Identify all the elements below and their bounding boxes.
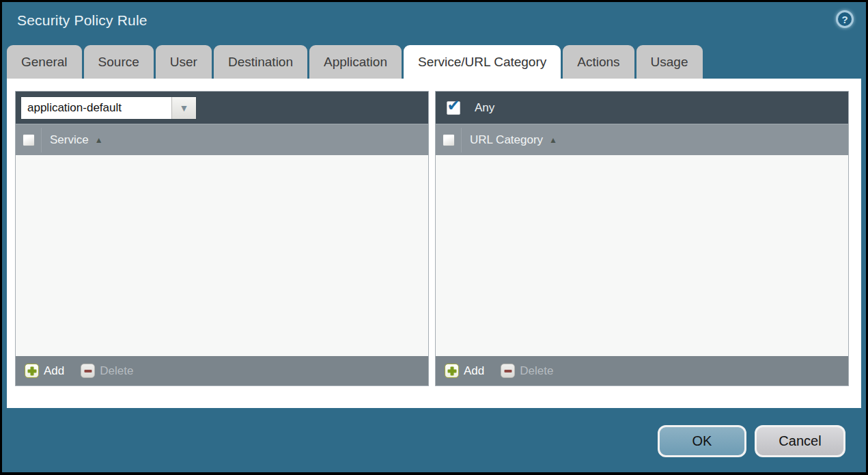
service-panel: ▼ Service ▲ Add Delete [15, 91, 429, 386]
url-category-panel: ✔ Any URL Category ▲ Add [435, 91, 849, 386]
tab-source[interactable]: Source [84, 45, 154, 79]
url-category-toolbar: Add Delete [436, 356, 848, 385]
chevron-down-icon: ▼ [180, 103, 189, 113]
service-select-all-cell [16, 134, 41, 146]
sort-asc-icon[interactable]: ▲ [549, 135, 557, 145]
service-add-button[interactable]: Add [25, 364, 64, 378]
dialog-title: Security Policy Rule [17, 12, 148, 29]
any-label: Any [475, 101, 494, 115]
url-category-add-button[interactable]: Add [445, 364, 484, 378]
url-category-select-all-checkbox[interactable] [443, 134, 455, 146]
delete-button-label: Delete [520, 364, 553, 378]
tab-application[interactable]: Application [309, 45, 402, 79]
tab-bar: General Source User Destination Applicat… [7, 45, 703, 79]
any-checkbox[interactable]: ✔ [447, 101, 460, 115]
url-category-list-body [436, 155, 848, 356]
any-checkbox-cell: ✔ [440, 101, 466, 115]
delete-button-label: Delete [100, 364, 133, 378]
url-category-panel-header: ✔ Any [436, 92, 848, 124]
tab-content: ▼ Service ▲ Add Delete [7, 79, 861, 408]
title-bar: Security Policy Rule ? [2, 2, 866, 45]
url-category-column-header: URL Category ▲ [436, 124, 848, 155]
column-divider [461, 128, 462, 152]
url-category-delete-button[interactable]: Delete [501, 364, 553, 378]
minus-icon [81, 364, 95, 378]
service-type-dropdown[interactable]: ▼ [20, 96, 197, 120]
service-type-dropdown-button[interactable]: ▼ [171, 97, 196, 119]
minus-icon [501, 364, 515, 378]
add-button-label: Add [464, 364, 484, 378]
tab-actions[interactable]: Actions [563, 45, 634, 79]
service-panel-header: ▼ [16, 92, 428, 124]
service-column-label[interactable]: Service [50, 133, 89, 147]
sort-asc-icon[interactable]: ▲ [95, 135, 103, 145]
cancel-button[interactable]: Cancel [755, 425, 845, 457]
column-divider [41, 128, 42, 152]
plus-icon [445, 364, 459, 378]
url-category-column-label[interactable]: URL Category [470, 133, 543, 147]
tab-usage[interactable]: Usage [636, 45, 703, 79]
service-delete-button[interactable]: Delete [81, 364, 133, 378]
service-select-all-checkbox[interactable] [23, 134, 35, 146]
tab-user[interactable]: User [156, 45, 212, 79]
help-icon[interactable]: ? [836, 10, 854, 28]
plus-icon [25, 364, 39, 378]
add-button-label: Add [44, 364, 64, 378]
url-category-select-all-cell [436, 134, 461, 146]
check-icon: ✔ [447, 96, 460, 115]
tab-general[interactable]: General [7, 45, 82, 79]
tab-destination[interactable]: Destination [214, 45, 307, 79]
service-toolbar: Add Delete [16, 356, 428, 385]
ok-button[interactable]: OK [658, 425, 746, 457]
service-column-header: Service ▲ [16, 124, 428, 155]
service-type-dropdown-input[interactable] [21, 97, 171, 119]
tab-service-url-category[interactable]: Service/URL Category [404, 45, 561, 79]
service-list-body [16, 155, 428, 356]
security-policy-rule-dialog: Security Policy Rule ? General Source Us… [2, 2, 866, 472]
